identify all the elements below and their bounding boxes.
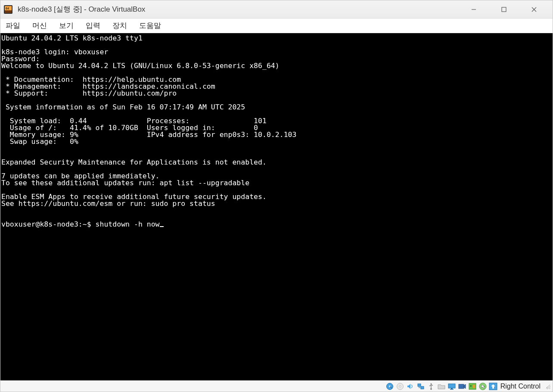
menu-input[interactable]: 입력	[86, 21, 100, 31]
mouse-integration-icon[interactable]	[478, 382, 488, 391]
titlebar: 64 k8s-node3 [실행 중] - Oracle VirtualBox	[0, 0, 553, 19]
svg-rect-5	[502, 7, 506, 12]
host-key-label[interactable]: Right Control	[499, 383, 543, 390]
harddisk-icon[interactable]	[385, 382, 395, 391]
display-icon[interactable]	[447, 382, 457, 391]
network-icon[interactable]	[416, 382, 426, 391]
svg-rect-13	[421, 386, 424, 389]
statusbar: Right Control	[0, 380, 553, 392]
svg-rect-22	[473, 385, 475, 388]
svg-text:64: 64	[6, 7, 9, 10]
window-title: k8s-node3 [실행 중] - Oracle VirtualBox	[18, 4, 145, 14]
svg-rect-16	[448, 384, 455, 388]
svg-point-14	[430, 388, 432, 390]
audio-icon[interactable]	[406, 382, 415, 391]
svg-rect-12	[418, 384, 421, 386]
terminal-cursor	[160, 226, 164, 227]
svg-rect-2	[5, 10, 12, 13]
svg-rect-19	[459, 384, 464, 389]
menu-help[interactable]: 도움말	[139, 21, 161, 31]
svg-marker-15	[430, 383, 432, 384]
menu-view[interactable]: 보기	[59, 21, 74, 31]
svg-point-11	[399, 386, 401, 387]
resize-grip[interactable]	[545, 383, 551, 389]
keyboard-capture-icon[interactable]	[488, 382, 498, 391]
shared-folder-icon[interactable]	[437, 382, 446, 391]
app-icon: 64	[3, 4, 13, 15]
recording-icon[interactable]	[457, 382, 467, 391]
svg-rect-17	[451, 388, 453, 389]
vm-window: 64 k8s-node3 [실행 중] - Oracle VirtualBox …	[0, 0, 553, 392]
usb-icon[interactable]	[426, 382, 436, 391]
optical-icon[interactable]	[395, 382, 405, 391]
svg-rect-18	[450, 389, 454, 390]
svg-marker-20	[464, 384, 466, 389]
minimize-button[interactable]	[464, 3, 484, 16]
close-button[interactable]	[524, 3, 544, 16]
menubar: 파일 머신 보기 입력 장치 도움말	[0, 19, 553, 33]
maximize-button[interactable]	[494, 3, 514, 16]
menu-devices[interactable]: 장치	[112, 21, 127, 31]
menu-file[interactable]: 파일	[6, 21, 20, 31]
window-controls	[464, 3, 550, 16]
menu-machine[interactable]: 머신	[32, 21, 47, 31]
guest-additions-icon[interactable]	[468, 382, 477, 391]
terminal-output[interactable]: Ubuntu 24.04.2 LTS k8s-node3 tty1 k8s-no…	[0, 33, 553, 380]
